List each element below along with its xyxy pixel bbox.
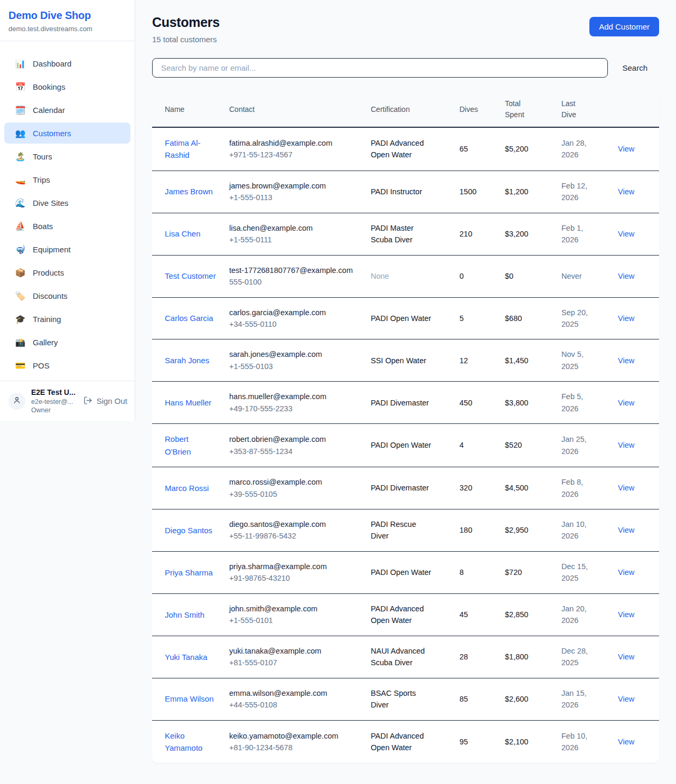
sidebar-item-boats[interactable]: ⛵ Boats [4, 215, 130, 237]
customer-total-spent: $520 [505, 424, 561, 467]
user-name: E2E Test U... [31, 388, 78, 397]
customer-email: test-1772681807767@example.com [229, 265, 358, 276]
view-link[interactable]: View [618, 653, 634, 661]
view-link[interactable]: View [618, 695, 634, 703]
view-link[interactable]: View [618, 272, 634, 280]
column-header-name: Name [152, 92, 229, 127]
shop-header: Demo Dive Shop demo.test.divestreams.com [0, 0, 135, 41]
sidebar-item-customers[interactable]: 👥 Customers [4, 122, 130, 144]
view-link[interactable]: View [618, 314, 634, 323]
sidebar-item-discounts[interactable]: 🏷️ Discounts [4, 285, 130, 306]
view-link[interactable]: View [618, 441, 634, 449]
customer-name-link[interactable]: Marco Rossi [165, 482, 209, 494]
customer-total-spent: $1,800 [505, 636, 561, 678]
sidebar-item-trips[interactable]: 🚤 Trips [4, 169, 130, 190]
customer-name-link[interactable]: Hans Mueller [165, 396, 211, 409]
view-link[interactable]: View [618, 610, 634, 619]
view-link[interactable]: View [618, 484, 634, 492]
customer-name-link[interactable]: Fatima Al-Rashid [165, 137, 217, 162]
customer-name-link[interactable]: Keiko Yamamoto [165, 730, 217, 754]
customer-certification: NAUI Advanced Scuba Diver [371, 645, 435, 669]
customer-name-link[interactable]: Diego Santos [165, 524, 212, 536]
customer-dives: 12 [459, 339, 505, 382]
view-link[interactable]: View [618, 738, 634, 746]
view-link[interactable]: View [618, 568, 634, 577]
customer-name-link[interactable]: Emma Wilson [165, 693, 214, 705]
customer-total-spent: $680 [505, 297, 561, 339]
sidebar-item-training[interactable]: 🎓 Training [4, 308, 130, 329]
customer-name-link[interactable]: Robert O'Brien [165, 433, 217, 458]
customer-email: hans.mueller@example.com [229, 391, 358, 402]
customer-phone: +55-11-99876-5432 [229, 530, 358, 542]
customer-name-link[interactable]: Test Customer [165, 270, 216, 282]
user-info: E2E Test U... e2e-tester@... Owner [31, 388, 78, 414]
customer-name-link[interactable]: Priya Sharma [165, 566, 213, 579]
search-bar: Search [152, 58, 659, 78]
table-row: John Smith john.smith@example.com +1-555… [152, 593, 659, 636]
sidebar-item-label: Bookings [33, 82, 65, 91]
customer-dives: 95 [459, 720, 505, 763]
view-link[interactable]: View [618, 399, 634, 407]
sidebar-item-equipment[interactable]: 🤿 Equipment [4, 239, 130, 260]
equipment-icon: 🤿 [15, 244, 26, 254]
sign-out-button[interactable]: Sign Out [83, 396, 127, 407]
customers-icon: 👥 [15, 128, 26, 138]
customer-last-dive: Dec 15, 2025 [561, 561, 594, 584]
customer-name-link[interactable]: Carlos Garcia [165, 312, 213, 324]
customer-name-link[interactable]: James Brown [165, 185, 213, 197]
sidebar-item-products[interactable]: 📦 Products [4, 262, 130, 283]
search-button[interactable]: Search [608, 63, 659, 72]
table-row: Marco Rossi marco.rossi@example.com +39-… [152, 467, 659, 509]
customer-total-spent: $720 [505, 551, 561, 593]
sidebar-item-gallery[interactable]: 📸 Gallery [4, 332, 130, 353]
sidebar-item-label: Customers [33, 129, 71, 138]
customer-email: yuki.tanaka@example.com [229, 645, 358, 657]
customer-last-dive: Jan 28, 2026 [561, 137, 594, 161]
sidebar-item-dive-sites[interactable]: 🌊 Dive Sites [4, 192, 130, 213]
sidebar-item-calendar[interactable]: 🗓️ Calendar [4, 99, 130, 120]
customer-phone: +971-55-123-4567 [229, 149, 358, 160]
view-link[interactable]: View [618, 356, 634, 365]
customer-dives: 210 [459, 213, 505, 255]
customer-email: robert.obrien@example.com [229, 433, 358, 445]
customer-dives: 8 [459, 551, 505, 593]
customer-name-link[interactable]: Sarah Jones [165, 354, 209, 366]
sign-out-label: Sign Out [97, 396, 127, 405]
view-link[interactable]: View [618, 187, 634, 196]
sidebar-item-bookings[interactable]: 📅 Bookings [4, 76, 130, 97]
customer-email: sarah.jones@example.com [229, 348, 358, 360]
page-title: Customers [152, 15, 220, 30]
customer-dives: 320 [459, 467, 505, 509]
sidebar-item-dashboard[interactable]: 📊 Dashboard [4, 53, 130, 74]
customer-name-link[interactable]: Lisa Chen [165, 228, 201, 240]
boats-icon: ⛵ [15, 221, 26, 231]
training-icon: 🎓 [15, 314, 26, 324]
sidebar-nav: 📊 Dashboard 📅 Bookings 🗓️ Calendar 👥 Cus… [0, 41, 135, 381]
products-icon: 📦 [15, 268, 26, 278]
add-customer-button[interactable]: Add Customer [589, 17, 659, 36]
customer-last-dive: Feb 12, 2026 [561, 180, 594, 204]
sidebar-item-label: Dashboard [33, 59, 71, 68]
column-header-total-spent: Total Spent [505, 92, 561, 127]
customer-certification: PADI Master Scuba Diver [371, 222, 435, 246]
sidebar-item-tours[interactable]: 🏝️ Tours [4, 146, 130, 167]
customer-phone: +81-90-1234-5678 [229, 742, 358, 753]
view-link[interactable]: View [618, 230, 634, 238]
customer-last-dive: Feb 5, 2026 [561, 391, 594, 414]
customer-last-dive: Jan 15, 2026 [561, 687, 594, 711]
customer-dives: 28 [459, 636, 505, 678]
customer-name-link[interactable]: Yuki Tanaka [165, 651, 208, 663]
table-row: James Brown james.brown@example.com +1-5… [152, 171, 659, 213]
customer-phone: +1-555-0101 [229, 615, 358, 626]
customer-total-spent: $3,800 [505, 382, 561, 424]
sidebar-item-label: Equipment [33, 245, 71, 254]
customer-name-link[interactable]: John Smith [165, 609, 204, 621]
sidebar-item-label: Gallery [33, 338, 58, 347]
customer-total-spent: $1,450 [505, 339, 561, 382]
view-link[interactable]: View [618, 145, 634, 153]
customer-dives: 85 [459, 678, 505, 720]
customer-certification: PADI Open Water [371, 439, 435, 451]
sidebar-item-pos[interactable]: 💳 POS [4, 355, 130, 376]
search-input[interactable] [152, 58, 608, 78]
view-link[interactable]: View [618, 526, 634, 534]
